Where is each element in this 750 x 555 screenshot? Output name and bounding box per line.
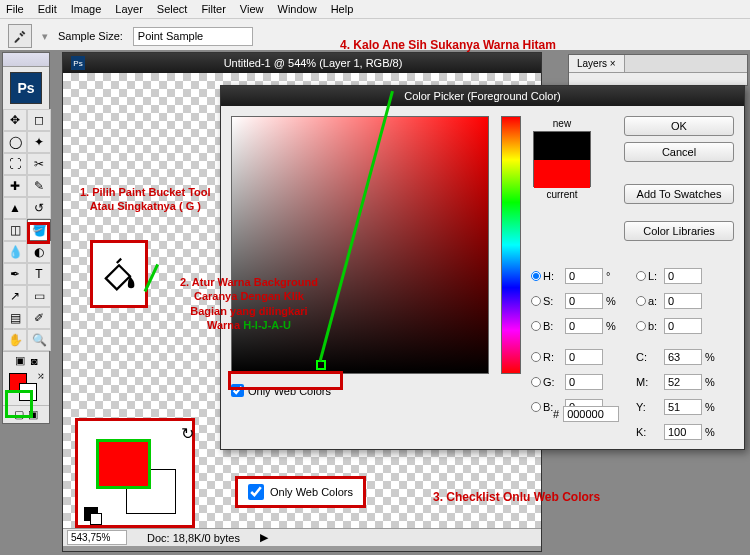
a-label: a: bbox=[648, 295, 657, 307]
hex-label: # bbox=[553, 408, 559, 420]
hex-input[interactable] bbox=[563, 406, 619, 422]
annotation-4: 4. Kalo Ane Sih Sukanya Warna Hitam bbox=[340, 38, 556, 52]
r-label: R: bbox=[543, 351, 554, 363]
highlight-fg-swatch bbox=[5, 390, 33, 418]
standard-mode-icon[interactable]: ▣ bbox=[15, 354, 25, 367]
g-input[interactable] bbox=[565, 374, 603, 390]
a-radio[interactable] bbox=[636, 296, 646, 306]
l-input[interactable] bbox=[664, 268, 702, 284]
color-picker-title: Color Picker (Foreground Color) bbox=[221, 86, 744, 106]
current-color-swatch[interactable] bbox=[534, 160, 590, 188]
swap-colors-icon[interactable]: ⤮ bbox=[37, 371, 45, 381]
g-label: G: bbox=[543, 376, 555, 388]
move-tool[interactable]: ✥ bbox=[3, 109, 27, 131]
notes-tool[interactable]: ▤ bbox=[3, 307, 27, 329]
new-label: new bbox=[533, 118, 591, 129]
k-input[interactable] bbox=[664, 424, 702, 440]
sample-size-label: Sample Size: bbox=[58, 30, 123, 42]
g-radio[interactable] bbox=[531, 377, 541, 387]
hue-slider[interactable] bbox=[501, 116, 521, 374]
color-picker-dialog: Color Picker (Foreground Color) new curr… bbox=[220, 85, 745, 450]
crop-tool[interactable]: ⛶ bbox=[3, 153, 27, 175]
cancel-button[interactable]: Cancel bbox=[624, 142, 734, 162]
add-swatches-button[interactable]: Add To Swatches bbox=[624, 184, 734, 204]
path-tool[interactable]: ↗ bbox=[3, 285, 27, 307]
b-input[interactable] bbox=[565, 318, 603, 334]
current-label: current bbox=[533, 189, 591, 200]
r-input[interactable] bbox=[565, 349, 603, 365]
dodge-tool[interactable]: ◐ bbox=[27, 241, 51, 263]
color-field[interactable] bbox=[231, 116, 489, 374]
m-label: M: bbox=[636, 376, 648, 388]
m-input[interactable] bbox=[664, 374, 702, 390]
menu-filter[interactable]: Filter bbox=[201, 3, 225, 15]
k-label: K: bbox=[636, 426, 646, 438]
stamp-tool[interactable]: ▲ bbox=[3, 197, 27, 219]
layers-tab[interactable]: Layers × bbox=[569, 55, 625, 72]
color-libraries-button[interactable]: Color Libraries bbox=[624, 221, 734, 241]
lab-b-input[interactable] bbox=[664, 318, 702, 334]
new-color-swatch bbox=[534, 132, 590, 160]
blur-tool[interactable]: 💧 bbox=[3, 241, 27, 263]
zoom-tool[interactable]: 🔍 bbox=[27, 329, 51, 351]
h-radio[interactable] bbox=[531, 271, 541, 281]
lasso-tool[interactable]: ◯ bbox=[3, 131, 27, 153]
s-radio[interactable] bbox=[531, 296, 541, 306]
y-input[interactable] bbox=[664, 399, 702, 415]
l-radio[interactable] bbox=[636, 271, 646, 281]
brush-tool[interactable]: ✎ bbox=[27, 175, 51, 197]
wand-tool[interactable]: ✦ bbox=[27, 131, 51, 153]
marquee-tool[interactable]: ◻ bbox=[27, 109, 51, 131]
l-label: L: bbox=[648, 270, 657, 282]
h-input[interactable] bbox=[565, 268, 603, 284]
c-input[interactable] bbox=[664, 349, 702, 365]
eyedropper-icon[interactable] bbox=[8, 24, 32, 48]
menu-select[interactable]: Select bbox=[157, 3, 188, 15]
b-radio[interactable] bbox=[531, 321, 541, 331]
swatch-zoom: ↻ bbox=[75, 418, 195, 528]
menu-window[interactable]: Window bbox=[278, 3, 317, 15]
annotation-2: 2. Atur Warna BackgroundCaranya Dengan K… bbox=[180, 275, 318, 333]
s-label: S: bbox=[543, 295, 553, 307]
menu-file[interactable]: File bbox=[6, 3, 24, 15]
s-input[interactable] bbox=[565, 293, 603, 309]
doc-ps-icon: Ps bbox=[71, 56, 85, 70]
menu-layer[interactable]: Layer bbox=[115, 3, 143, 15]
menu-view[interactable]: View bbox=[240, 3, 264, 15]
slice-tool[interactable]: ✂ bbox=[27, 153, 51, 175]
ps-logo: Ps bbox=[10, 72, 42, 104]
document-titlebar[interactable]: PsUntitled-1 @ 544% (Layer 1, RGB/8) bbox=[63, 53, 541, 73]
layers-panel: Layers × bbox=[568, 54, 748, 86]
heal-tool[interactable]: ✚ bbox=[3, 175, 27, 197]
pen-tool[interactable]: ✒ bbox=[3, 263, 27, 285]
menu-edit[interactable]: Edit bbox=[38, 3, 57, 15]
doc-info: Doc: 18,8K/0 bytes bbox=[147, 532, 240, 544]
eyedropper-tool[interactable]: ✐ bbox=[27, 307, 51, 329]
sample-size-select[interactable]: Point Sample bbox=[133, 27, 253, 46]
ok-button[interactable]: OK bbox=[624, 116, 734, 136]
h-label: H: bbox=[543, 270, 554, 282]
menu-help[interactable]: Help bbox=[331, 3, 354, 15]
eraser-tool[interactable]: ◫ bbox=[3, 219, 27, 241]
b-label: B: bbox=[543, 320, 553, 332]
zoom-input[interactable] bbox=[67, 530, 127, 545]
b2-radio[interactable] bbox=[531, 402, 541, 412]
status-bar: Doc: 18,8K/0 bytes▶ bbox=[63, 528, 541, 546]
a-input[interactable] bbox=[664, 293, 702, 309]
owc-zoom-checkbox bbox=[248, 484, 264, 500]
highlight-owc bbox=[228, 371, 343, 390]
r-radio[interactable] bbox=[531, 352, 541, 362]
hand-tool[interactable]: ✋ bbox=[3, 329, 27, 351]
color-preview: new current bbox=[533, 118, 591, 202]
y-label: Y: bbox=[636, 401, 646, 413]
quickmask-icon[interactable]: ◙ bbox=[31, 355, 38, 367]
type-tool[interactable]: T bbox=[27, 263, 51, 285]
document-title: Untitled-1 @ 544% (Layer 1, RGB/8) bbox=[93, 57, 533, 69]
lab-b-label: b: bbox=[648, 320, 657, 332]
owc-zoom: Only Web Colors bbox=[235, 476, 366, 508]
history-tool[interactable]: ↺ bbox=[27, 197, 51, 219]
menu-image[interactable]: Image bbox=[71, 3, 102, 15]
annotation-1: 1. Pilih Paint Bucket ToolAtau Singkatny… bbox=[80, 185, 211, 214]
shape-tool[interactable]: ▭ bbox=[27, 285, 51, 307]
lab-b-radio[interactable] bbox=[636, 321, 646, 331]
